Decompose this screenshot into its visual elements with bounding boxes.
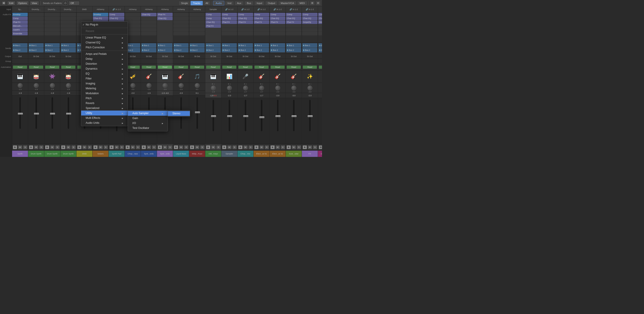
channel-instrument[interactable]: 🎸 [254, 71, 270, 83]
fx-slot-empty[interactable] [141, 32, 156, 35]
automation-btn[interactable]: Read [94, 66, 108, 69]
channel-pan[interactable]: -1.9 [205, 85, 221, 93]
mute-btn-2[interactable]: S [281, 145, 285, 149]
fx-slot[interactable]: Comp [12, 17, 28, 20]
mute-btn-2[interactable]: S [264, 145, 269, 149]
fx-slot[interactable]: Chan EQ [254, 17, 269, 20]
channel-instrument[interactable]: 🎤 [238, 71, 253, 83]
fx-slot-empty[interactable] [77, 24, 92, 28]
mute-btn[interactable]: M [211, 145, 216, 149]
fx-slot-empty[interactable] [44, 24, 60, 28]
fx-slot[interactable]: Envelop [12, 13, 28, 16]
mute-btn[interactable]: M [260, 145, 264, 149]
channel-name[interactable]: Solaris [92, 151, 108, 157]
send-slot-1[interactable]: Bus 1 [206, 43, 221, 48]
mute-btn[interactable]: M [66, 145, 71, 149]
send-slot-1[interactable]: Bus 1 [12, 43, 28, 48]
channel-input[interactable]: DrumSy... [60, 6, 76, 13]
fx-slot[interactable]: Phat FX [286, 20, 302, 24]
channel-name[interactable]: Chop...rass [125, 151, 141, 157]
midi-tab[interactable]: MIDI [297, 1, 307, 5]
fx-slot[interactable]: PtVerb [93, 28, 108, 32]
fx-slot-empty[interactable] [222, 24, 237, 28]
send-slot-2[interactable]: Bus 2 [141, 48, 156, 52]
fader-cap[interactable] [18, 113, 23, 115]
channel-input[interactable]: Alchemy [189, 6, 205, 13]
channel-group[interactable] [270, 59, 286, 64]
fx-slot-empty[interactable] [173, 28, 189, 32]
fx-slot[interactable]: Comp [238, 13, 253, 16]
aux-tab[interactable]: Aux [234, 1, 244, 5]
channel-instrument[interactable]: 🎹 [12, 71, 28, 83]
channel-instrument[interactable]: 🎸 [173, 71, 189, 83]
fx-slot-empty[interactable] [28, 13, 44, 16]
automation-btn[interactable]: Read [45, 66, 60, 69]
fx-slot[interactable]: Chan EQ [270, 17, 285, 20]
channel-input[interactable]: 🔗 In 1-2 [254, 6, 270, 13]
channel-output[interactable]: St Out [270, 54, 286, 59]
channel-group[interactable] [254, 59, 270, 64]
channel-instrument[interactable]: 🎹 [205, 71, 221, 83]
channel-name[interactable]: Old...Keys [205, 151, 221, 157]
channel-instrument[interactable]: 🎸 [141, 71, 157, 83]
send-slot-1[interactable]: Bus 1 [254, 43, 269, 48]
fx-slot-empty[interactable] [141, 20, 156, 24]
fx-slot-empty[interactable] [270, 28, 285, 32]
collapse-btn[interactable]: ⊟ [316, 1, 321, 5]
channel-instrument[interactable]: 🎸 [286, 71, 302, 83]
channel-automation[interactable]: Read [205, 64, 221, 71]
fx-slot-empty[interactable] [254, 28, 269, 32]
channel-name[interactable]: Drum Synth [44, 151, 60, 157]
solo-btn[interactable]: S [109, 145, 114, 149]
channel-name[interactable]: Sampler [222, 151, 237, 157]
fx-slot[interactable]: Comp [109, 13, 124, 16]
channel-input[interactable]: 🔗 In 1-2 [238, 6, 253, 13]
automation-btn[interactable]: Read [174, 66, 188, 69]
automation-btn[interactable]: Read [126, 66, 140, 69]
channel-input[interactable]: DrumSy... [44, 6, 60, 13]
input-tab[interactable]: Input [254, 1, 264, 5]
fx-slot-empty[interactable] [270, 32, 285, 35]
fx-slot[interactable]: Phat FX [109, 20, 124, 24]
channel-automation[interactable]: Read [125, 64, 141, 71]
mute-btn-2[interactable]: S [184, 145, 188, 149]
channel-input[interactable]: Sampler [205, 6, 221, 13]
solo-btn[interactable]: S [222, 145, 226, 149]
fx-slot-empty[interactable] [60, 28, 76, 32]
fx-slot-empty[interactable] [190, 24, 205, 28]
channel-pan[interactable]: -2.0 [302, 85, 318, 93]
solo-btn[interactable]: S [238, 145, 242, 149]
fx-slot-empty[interactable] [254, 24, 269, 28]
pan-knob[interactable] [146, 83, 152, 88]
fx-slot-empty[interactable] [60, 20, 76, 24]
channel-automation[interactable]: Read [189, 64, 205, 71]
fx-slot-empty[interactable] [286, 32, 302, 35]
mute-btn[interactable]: M [50, 145, 54, 149]
channel-output[interactable]: St Out [44, 54, 60, 59]
channel-automation[interactable]: Read [254, 64, 270, 71]
channel-input[interactable]: 🔗 In 1-2 [302, 6, 318, 13]
channel-automation[interactable]: Read [44, 64, 60, 71]
channel-pan[interactable]: -9.6 [109, 85, 124, 93]
inst-tab[interactable]: Inst [225, 1, 234, 5]
fx-slot-empty[interactable] [190, 28, 205, 32]
send-slot-2[interactable]: Bus 2 [28, 48, 44, 52]
fx-slot-empty[interactable] [109, 32, 124, 35]
fx-slot[interactable]: Phat FX [270, 20, 285, 24]
fx-slot-empty[interactable] [222, 32, 237, 35]
fx-slot[interactable]: Chan EQ [141, 13, 156, 16]
channel-pan[interactable]: -1.7 [92, 83, 108, 91]
fader-cap[interactable] [66, 113, 71, 115]
channel-instrument[interactable]: 🟨 [76, 71, 92, 83]
fx-slot-empty[interactable] [157, 24, 173, 28]
automation-btn[interactable]: Read [238, 66, 253, 69]
pan-knob[interactable] [50, 83, 55, 88]
channel-automation[interactable]: Read [92, 64, 108, 71]
channel-output[interactable]: St Out [189, 54, 205, 59]
channel-pan[interactable]: -0.5 [76, 83, 92, 91]
fx-slot-empty[interactable] [302, 24, 318, 28]
channel-automation[interactable]: Read [28, 64, 44, 71]
solo-btn[interactable]: S [77, 145, 82, 149]
channel-output[interactable]: St Out [254, 54, 270, 59]
fx-slot[interactable]: Phat FX [254, 20, 269, 24]
